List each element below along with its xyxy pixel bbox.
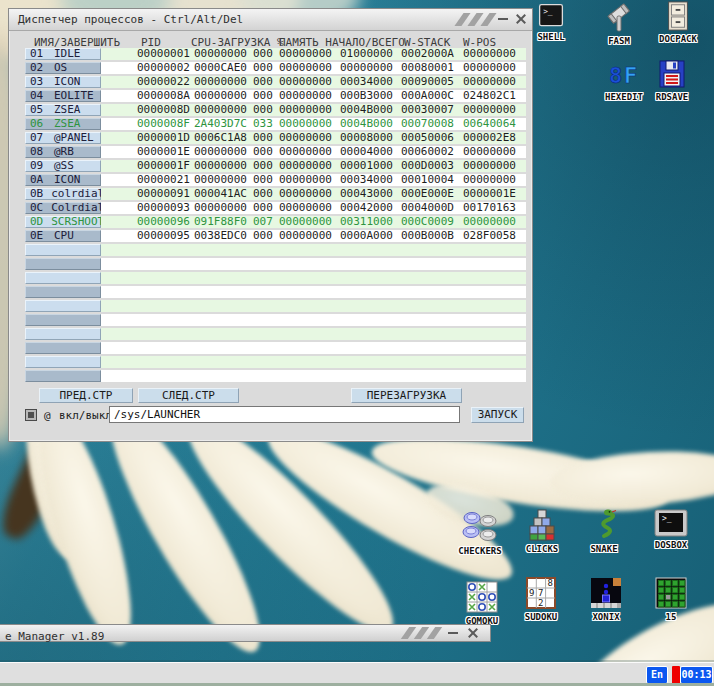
desktop-icon-sudoku[interactable]: 8972 SUDOKU [511,576,571,622]
process-row: 05ZSEA0000008D00000000000000000000004B00… [25,104,526,116]
process-name-cell[interactable]: 02OS [25,62,101,74]
process-cell-pct: 000 [253,174,273,186]
process-name-cell[interactable]: 03ICON [25,76,101,88]
terminal-icon: >_ [653,508,689,538]
process-cell-cpu: 0038EDC0 [194,230,247,242]
process-cell-mem_start: 00000000 [279,160,332,172]
process-cell-mem_start: 00000000 [279,118,332,130]
process-cell-mem_total: 00001000 [340,160,393,172]
process-name-cell[interactable]: 0Bcolrdial [25,188,101,200]
process-rows: 01IDLE0000000100000000000000000000100000… [25,48,526,384]
process-cell-pid: 00000001 [137,48,190,60]
checkbox-mark-icon [28,412,34,418]
process-row-data: 00000096091F88F00070000000000311000000C0… [101,216,526,228]
process-row-empty [25,314,526,326]
process-name: IDLE [54,48,81,60]
desktop-icon-label: CHECKERS [458,546,501,556]
close-button[interactable] [514,12,528,26]
process-name-cell[interactable]: 0DSCRSHOOT [25,216,101,228]
process-name-cell[interactable]: 01IDLE [25,48,101,60]
process-name-cell[interactable]: 05ZSEA [25,104,101,116]
desktop-icon-docpack[interactable]: DOCPACK [648,0,708,44]
process-manager-titlebar[interactable]: Диспетчер процессов - Ctrl/Alt/Del [9,9,532,31]
desktop-icon-gomoku[interactable]: GOMOKU [452,580,512,626]
process-name-cell[interactable]: 0ECPU [25,230,101,242]
process-cell-cpu: 00000000 [194,48,247,60]
desktop-icon-label: CLICKS [526,544,559,554]
cabinet-icon [663,0,693,32]
desktop-icon-dosbox[interactable]: >_ DOSBOX [641,508,701,550]
process-cell-pct: 000 [253,104,273,116]
process-index: 08 [30,146,46,158]
process-row: 0ECPU000000950038EDC0000000000000000A000… [25,230,526,242]
process-cell-pid: 00000002 [137,62,190,74]
process-row: 01IDLE0000000100000000000000000000100000… [25,48,526,60]
process-name-cell [25,370,101,382]
prev-page-button[interactable]: ПРЕД.СТР [39,388,133,403]
process-name-cell[interactable]: 09@SS [25,160,101,172]
svg-text:F: F [624,63,637,88]
process-cell-wpos: 00000000 [463,48,516,60]
desktop-icon-label: DOSBOX [655,540,688,550]
taskbar[interactable]: En 00:13 [0,662,714,686]
process-name-cell[interactable]: 08@RB [25,146,101,158]
process-cell-cpu: 091F88F0 [194,216,247,228]
process-name: EOLITE [54,90,94,102]
process-cell-wpos: 00000000 [463,146,516,158]
process-name: @SS [54,160,74,172]
process-cell-wpos: 000002E8 [463,132,516,144]
process-cell-mem_start: 00000000 [279,90,332,102]
process-name-cell [25,272,101,284]
process-row-empty [25,370,526,382]
tray-red-indicator[interactable] [672,666,680,684]
minimize-button[interactable] [496,12,510,26]
window-title: Диспетчер процессов - Ctrl/Alt/Del [9,13,243,26]
process-cell-wstack: 000E000E [401,188,454,200]
process-cell-cpu: 00000000 [194,90,247,102]
process-row: 0Bcolrdial00000091000041AC00000000000000… [25,188,526,200]
process-name-cell[interactable]: 07@PANEL [25,132,101,144]
desktop-icon-fifteen[interactable]: 15 [641,576,701,622]
desktop-icon-rdsave[interactable]: RDSAVE [642,58,702,102]
desktop-icon-checkers[interactable]: CHECKERS [450,510,510,556]
process-row-data [101,286,526,298]
file-manager-titlebar[interactable]: e Manager v1.89 [0,624,491,642]
process-cell-pct: 000 [253,146,273,158]
process-cell-wpos: 00000000 [463,104,516,116]
process-row-data: 000000020000CAE0000000000000000000000080… [101,62,526,74]
svg-text:8: 8 [548,578,553,588]
process-cell-wpos: 00000000 [463,76,516,88]
process-index: 06 [30,118,46,130]
taskbar-clock[interactable]: 00:13 [680,666,713,684]
run-button[interactable]: ЗАПУСК [471,407,524,423]
desktop-icon-xonix[interactable]: XONIX [576,576,636,622]
desktop-icon-clicks[interactable]: CLICKS [512,508,572,554]
close-icon [516,14,526,24]
process-row: 03ICON0000002200000000000000000000003400… [25,76,526,88]
process-name-cell[interactable]: 0CColrdial [25,202,101,214]
svg-text:9: 9 [529,588,534,598]
close-button[interactable] [466,626,480,640]
process-name-cell [25,286,101,298]
process-cell-pid: 00000022 [137,76,190,88]
process-name-cell [25,258,101,270]
desktop-icon-snake[interactable]: SNAKE [574,506,634,554]
process-cell-cpu: 00000000 [194,174,247,186]
process-name-cell[interactable]: 04EOLITE [25,90,101,102]
process-index: 07 [30,132,46,144]
language-indicator[interactable]: En [646,666,668,684]
process-index: 01 [30,48,46,60]
minimize-button[interactable] [446,626,460,640]
reboot-button[interactable]: ПЕРЕЗАГРУЗКА [351,388,462,403]
process-name: ZSEA [54,118,81,130]
process-name-cell[interactable]: 06ZSEA [25,118,101,130]
tic-tac-toe-icon [465,580,499,614]
process-row: 08@RB0000001E000000000000000000000004000… [25,146,526,158]
launcher-toggle-checkbox[interactable] [25,409,37,421]
launcher-path-input[interactable] [109,406,460,423]
process-row-empty [25,258,526,270]
process-name-cell[interactable]: 0AICON [25,174,101,186]
desktop-icon-fasm[interactable]: FASM [589,2,649,46]
process-cell-wpos: 00640064 [463,118,516,130]
next-page-button[interactable]: СЛЕД.СТР [138,388,239,403]
